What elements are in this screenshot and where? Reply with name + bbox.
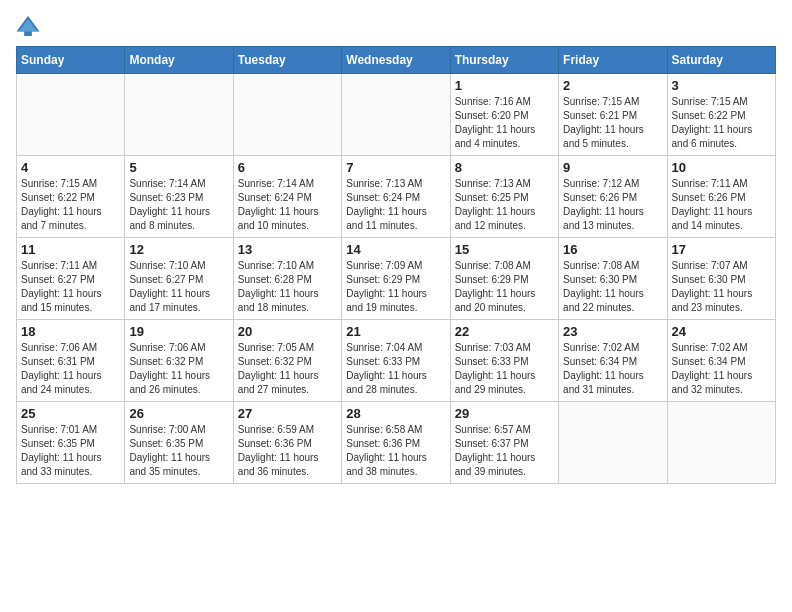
day-info: Sunrise: 7:11 AM Sunset: 6:26 PM Dayligh…	[672, 177, 771, 233]
calendar-cell: 22Sunrise: 7:03 AM Sunset: 6:33 PM Dayli…	[450, 320, 558, 402]
calendar-cell: 15Sunrise: 7:08 AM Sunset: 6:29 PM Dayli…	[450, 238, 558, 320]
day-info: Sunrise: 7:11 AM Sunset: 6:27 PM Dayligh…	[21, 259, 120, 315]
calendar-cell: 14Sunrise: 7:09 AM Sunset: 6:29 PM Dayli…	[342, 238, 450, 320]
calendar-cell: 28Sunrise: 6:58 AM Sunset: 6:36 PM Dayli…	[342, 402, 450, 484]
calendar-header: SundayMondayTuesdayWednesdayThursdayFrid…	[17, 47, 776, 74]
day-number: 5	[129, 160, 228, 175]
day-number: 17	[672, 242, 771, 257]
day-number: 25	[21, 406, 120, 421]
day-info: Sunrise: 7:09 AM Sunset: 6:29 PM Dayligh…	[346, 259, 445, 315]
day-number: 12	[129, 242, 228, 257]
calendar-cell: 24Sunrise: 7:02 AM Sunset: 6:34 PM Dayli…	[667, 320, 775, 402]
day-number: 8	[455, 160, 554, 175]
day-number: 20	[238, 324, 337, 339]
calendar-cell: 6Sunrise: 7:14 AM Sunset: 6:24 PM Daylig…	[233, 156, 341, 238]
calendar-cell	[125, 74, 233, 156]
day-info: Sunrise: 7:00 AM Sunset: 6:35 PM Dayligh…	[129, 423, 228, 479]
day-info: Sunrise: 7:15 AM Sunset: 6:22 PM Dayligh…	[21, 177, 120, 233]
day-info: Sunrise: 7:13 AM Sunset: 6:24 PM Dayligh…	[346, 177, 445, 233]
day-number: 2	[563, 78, 662, 93]
week-row-4: 25Sunrise: 7:01 AM Sunset: 6:35 PM Dayli…	[17, 402, 776, 484]
calendar-cell: 7Sunrise: 7:13 AM Sunset: 6:24 PM Daylig…	[342, 156, 450, 238]
calendar-cell: 16Sunrise: 7:08 AM Sunset: 6:30 PM Dayli…	[559, 238, 667, 320]
day-number: 26	[129, 406, 228, 421]
calendar-cell: 17Sunrise: 7:07 AM Sunset: 6:30 PM Dayli…	[667, 238, 775, 320]
day-info: Sunrise: 7:13 AM Sunset: 6:25 PM Dayligh…	[455, 177, 554, 233]
calendar-cell: 11Sunrise: 7:11 AM Sunset: 6:27 PM Dayli…	[17, 238, 125, 320]
calendar-cell	[667, 402, 775, 484]
header-day-tuesday: Tuesday	[233, 47, 341, 74]
day-number: 29	[455, 406, 554, 421]
calendar-cell: 26Sunrise: 7:00 AM Sunset: 6:35 PM Dayli…	[125, 402, 233, 484]
day-number: 28	[346, 406, 445, 421]
day-number: 3	[672, 78, 771, 93]
header-day-wednesday: Wednesday	[342, 47, 450, 74]
calendar-cell: 20Sunrise: 7:05 AM Sunset: 6:32 PM Dayli…	[233, 320, 341, 402]
calendar-cell: 10Sunrise: 7:11 AM Sunset: 6:26 PM Dayli…	[667, 156, 775, 238]
calendar-cell: 23Sunrise: 7:02 AM Sunset: 6:34 PM Dayli…	[559, 320, 667, 402]
calendar-cell: 25Sunrise: 7:01 AM Sunset: 6:35 PM Dayli…	[17, 402, 125, 484]
calendar-body: 1Sunrise: 7:16 AM Sunset: 6:20 PM Daylig…	[17, 74, 776, 484]
calendar-cell: 21Sunrise: 7:04 AM Sunset: 6:33 PM Dayli…	[342, 320, 450, 402]
day-number: 27	[238, 406, 337, 421]
day-info: Sunrise: 6:58 AM Sunset: 6:36 PM Dayligh…	[346, 423, 445, 479]
day-number: 16	[563, 242, 662, 257]
day-info: Sunrise: 7:15 AM Sunset: 6:22 PM Dayligh…	[672, 95, 771, 151]
day-info: Sunrise: 7:06 AM Sunset: 6:31 PM Dayligh…	[21, 341, 120, 397]
day-number: 15	[455, 242, 554, 257]
day-number: 24	[672, 324, 771, 339]
calendar-cell	[559, 402, 667, 484]
header-day-monday: Monday	[125, 47, 233, 74]
calendar-cell: 19Sunrise: 7:06 AM Sunset: 6:32 PM Dayli…	[125, 320, 233, 402]
calendar-cell: 29Sunrise: 6:57 AM Sunset: 6:37 PM Dayli…	[450, 402, 558, 484]
day-info: Sunrise: 7:14 AM Sunset: 6:23 PM Dayligh…	[129, 177, 228, 233]
header	[16, 16, 776, 36]
day-number: 1	[455, 78, 554, 93]
week-row-1: 4Sunrise: 7:15 AM Sunset: 6:22 PM Daylig…	[17, 156, 776, 238]
calendar-cell: 9Sunrise: 7:12 AM Sunset: 6:26 PM Daylig…	[559, 156, 667, 238]
day-number: 10	[672, 160, 771, 175]
day-info: Sunrise: 7:08 AM Sunset: 6:30 PM Dayligh…	[563, 259, 662, 315]
day-info: Sunrise: 7:07 AM Sunset: 6:30 PM Dayligh…	[672, 259, 771, 315]
day-info: Sunrise: 7:02 AM Sunset: 6:34 PM Dayligh…	[672, 341, 771, 397]
day-info: Sunrise: 7:12 AM Sunset: 6:26 PM Dayligh…	[563, 177, 662, 233]
day-info: Sunrise: 7:03 AM Sunset: 6:33 PM Dayligh…	[455, 341, 554, 397]
calendar-cell: 2Sunrise: 7:15 AM Sunset: 6:21 PM Daylig…	[559, 74, 667, 156]
day-info: Sunrise: 6:59 AM Sunset: 6:36 PM Dayligh…	[238, 423, 337, 479]
week-row-2: 11Sunrise: 7:11 AM Sunset: 6:27 PM Dayli…	[17, 238, 776, 320]
day-info: Sunrise: 7:01 AM Sunset: 6:35 PM Dayligh…	[21, 423, 120, 479]
day-info: Sunrise: 7:10 AM Sunset: 6:28 PM Dayligh…	[238, 259, 337, 315]
logo-icon	[16, 16, 40, 36]
day-info: Sunrise: 6:57 AM Sunset: 6:37 PM Dayligh…	[455, 423, 554, 479]
day-info: Sunrise: 7:14 AM Sunset: 6:24 PM Dayligh…	[238, 177, 337, 233]
week-row-3: 18Sunrise: 7:06 AM Sunset: 6:31 PM Dayli…	[17, 320, 776, 402]
header-day-saturday: Saturday	[667, 47, 775, 74]
day-number: 19	[129, 324, 228, 339]
day-info: Sunrise: 7:15 AM Sunset: 6:21 PM Dayligh…	[563, 95, 662, 151]
day-number: 18	[21, 324, 120, 339]
calendar-cell: 12Sunrise: 7:10 AM Sunset: 6:27 PM Dayli…	[125, 238, 233, 320]
day-number: 9	[563, 160, 662, 175]
day-number: 21	[346, 324, 445, 339]
calendar-cell: 27Sunrise: 6:59 AM Sunset: 6:36 PM Dayli…	[233, 402, 341, 484]
calendar-cell: 3Sunrise: 7:15 AM Sunset: 6:22 PM Daylig…	[667, 74, 775, 156]
day-number: 13	[238, 242, 337, 257]
day-number: 11	[21, 242, 120, 257]
calendar-cell: 5Sunrise: 7:14 AM Sunset: 6:23 PM Daylig…	[125, 156, 233, 238]
day-number: 14	[346, 242, 445, 257]
day-info: Sunrise: 7:02 AM Sunset: 6:34 PM Dayligh…	[563, 341, 662, 397]
calendar-cell: 13Sunrise: 7:10 AM Sunset: 6:28 PM Dayli…	[233, 238, 341, 320]
day-number: 7	[346, 160, 445, 175]
day-number: 23	[563, 324, 662, 339]
day-info: Sunrise: 7:08 AM Sunset: 6:29 PM Dayligh…	[455, 259, 554, 315]
calendar-cell: 1Sunrise: 7:16 AM Sunset: 6:20 PM Daylig…	[450, 74, 558, 156]
calendar-cell: 8Sunrise: 7:13 AM Sunset: 6:25 PM Daylig…	[450, 156, 558, 238]
header-day-sunday: Sunday	[17, 47, 125, 74]
day-info: Sunrise: 7:10 AM Sunset: 6:27 PM Dayligh…	[129, 259, 228, 315]
header-day-friday: Friday	[559, 47, 667, 74]
day-number: 6	[238, 160, 337, 175]
logo	[16, 16, 44, 36]
day-info: Sunrise: 7:05 AM Sunset: 6:32 PM Dayligh…	[238, 341, 337, 397]
header-row: SundayMondayTuesdayWednesdayThursdayFrid…	[17, 47, 776, 74]
day-info: Sunrise: 7:16 AM Sunset: 6:20 PM Dayligh…	[455, 95, 554, 151]
